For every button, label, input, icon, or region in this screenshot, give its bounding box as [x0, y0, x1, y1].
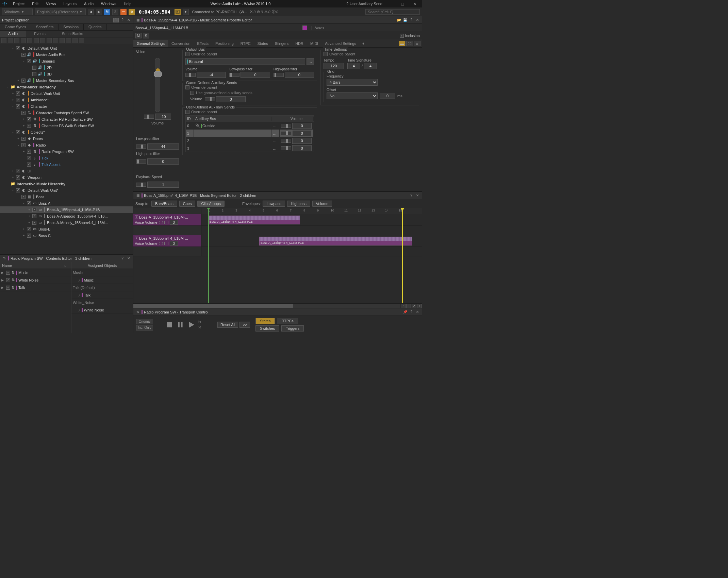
tree-row[interactable]: -✓◐Default Work Unit: [0, 45, 133, 51]
expand-toggle[interactable]: +: [11, 175, 15, 180]
play-button[interactable]: [187, 321, 195, 329]
save-icon[interactable]: 💾: [403, 18, 408, 22]
tree-row[interactable]: -✓🔊Master Audio Bus: [0, 51, 133, 58]
tool-m-button[interactable]: M: [104, 9, 110, 15]
tab-positioning[interactable]: Positioning: [212, 40, 237, 47]
tool-profiler-icon[interactable]: 〰: [120, 9, 127, 15]
checkbox[interactable]: ✓: [27, 124, 31, 128]
tree-row[interactable]: -✓▦Boss: [0, 193, 133, 200]
slider[interactable]: [205, 97, 215, 101]
expand-icon[interactable]: +: [135, 216, 138, 219]
tree-row[interactable]: +✓◐UI: [0, 168, 133, 174]
voice-lpf-value[interactable]: 44: [147, 143, 179, 150]
list-item[interactable]: ▶✓⇅Talk: [0, 284, 71, 291]
subtab-events[interactable]: Events: [26, 31, 54, 37]
checkbox[interactable]: ✓: [21, 79, 26, 83]
track-header[interactable]: +Boss-A_155bpm4-4_L16M-...Voice Volume0: [133, 214, 201, 225]
more-button[interactable]: …: [271, 144, 280, 152]
expand-icon[interactable]: ▶: [1, 286, 5, 289]
tab-sessions[interactable]: Sessions: [59, 24, 84, 30]
menu-views[interactable]: Views: [43, 1, 59, 6]
cue-marker[interactable]: [402, 208, 403, 303]
zoom-fit-icon[interactable]: ⤢: [412, 304, 416, 308]
search-icon[interactable]: ⌕: [64, 263, 69, 268]
checkbox[interactable]: ✓: [16, 175, 20, 180]
tree-row[interactable]: +✓◆Doors: [0, 135, 133, 142]
triggers-button[interactable]: Triggers: [281, 325, 304, 332]
expand-toggle[interactable]: +: [27, 214, 31, 218]
tree-row[interactable]: +✓◐Weapon: [0, 174, 133, 181]
override-parent-checkbox[interactable]: Override parent: [185, 52, 314, 56]
assigned-item[interactable]: ♪White Noise: [71, 306, 133, 314]
expand-toggle[interactable]: -: [5, 182, 10, 186]
tab-states[interactable]: States: [254, 40, 271, 47]
override-parent-checkbox[interactable]: Override parent: [185, 110, 314, 114]
tempo-value[interactable]: 120: [324, 63, 344, 69]
tree-row[interactable]: -✓⇅Character Footsteps Speed SW: [0, 109, 133, 116]
zoom-reset-icon[interactable]: ○: [417, 304, 422, 308]
checkbox[interactable]: ✓: [16, 98, 20, 102]
mute-button[interactable]: M: [135, 33, 142, 38]
tree-row[interactable]: -📁Interactive Music Hierarchy: [0, 181, 133, 187]
expand-toggle[interactable]: [27, 66, 31, 70]
expand-toggle[interactable]: -: [16, 143, 20, 147]
track-body[interactable]: Boss-A_155bpm4-4_L16M-P1B: [201, 235, 422, 247]
menu-project[interactable]: Project: [10, 1, 28, 6]
expand-toggle[interactable]: -: [22, 59, 26, 63]
tree-row[interactable]: ✓♪Tick Accent: [0, 161, 133, 168]
tab-queries[interactable]: Queries: [84, 24, 107, 30]
snap-cues[interactable]: Cues: [179, 201, 196, 207]
menu-edit[interactable]: Edit: [29, 1, 42, 6]
audio-clip[interactable]: Boss-A_155bpm4-4_L16M-P1B: [208, 216, 300, 224]
override-parent-checkbox[interactable]: Override parent: [185, 85, 314, 89]
explorer-tool-icon[interactable]: [1, 38, 6, 43]
explorer-tool-icon[interactable]: [66, 38, 71, 43]
tree-row[interactable]: -✓◐Objects*: [0, 129, 133, 135]
close-button[interactable]: ✕: [410, 1, 419, 7]
explorer-tool-icon[interactable]: [60, 38, 65, 43]
tree-row[interactable]: -✓▭Boss-A: [0, 200, 133, 206]
expand-toggle[interactable]: -: [16, 53, 20, 57]
rtpcs-button[interactable]: RTPCs: [277, 318, 298, 324]
tree-row[interactable]: -✓🔊Binaural: [0, 58, 133, 64]
tree-row[interactable]: +✓▭Boss-A_155bpm4-4_L16M-P1B: [0, 206, 133, 213]
checkbox[interactable]: ✓: [27, 201, 31, 205]
game-aux-volume-value[interactable]: 0: [216, 96, 246, 102]
expand-toggle[interactable]: +: [11, 169, 15, 173]
tool-dropdown[interactable]: ▾: [183, 9, 189, 15]
remote-icon[interactable]: [175, 9, 181, 15]
help-icon[interactable]: ?: [409, 310, 414, 314]
loop-icon[interactable]: ↻: [198, 320, 201, 324]
explorer-tool-icon[interactable]: [72, 38, 78, 43]
menu-audio[interactable]: Audio: [81, 1, 97, 6]
voice-fader[interactable]: -10 Volume: [136, 56, 179, 125]
tree-row[interactable]: 🔊3D: [0, 71, 133, 77]
assigned-item[interactable]: ♪Music: [71, 276, 133, 284]
tree-row[interactable]: +✓▭Boss-C: [0, 232, 133, 239]
help-icon[interactable]: ?: [409, 18, 414, 22]
checkbox[interactable]: ✓: [27, 117, 31, 121]
help-topic-link[interactable]: ? User Auxiliary Send: [346, 2, 382, 6]
tree-row[interactable]: +✓▭Boss-A-Arpeggio_155bpm4-4_L16...: [0, 213, 133, 219]
slider[interactable]: [185, 73, 196, 77]
slider[interactable]: [136, 183, 146, 187]
color-swatch[interactable]: [302, 26, 307, 30]
tree-row[interactable]: +✓▭Boss-A-Melody_155bpm4-4_L16M...: [0, 219, 133, 226]
tree-row[interactable]: -✓◆Radio: [0, 142, 133, 148]
subtab-soundbanks[interactable]: SoundBanks: [54, 31, 91, 37]
expand-toggle[interactable]: +: [22, 117, 26, 121]
close-icon[interactable]: ✕: [126, 18, 131, 22]
expand-toggle[interactable]: [22, 156, 26, 160]
open-folder-icon[interactable]: 📂: [397, 18, 401, 22]
expand-toggle[interactable]: +: [22, 124, 26, 128]
close-icon[interactable]: ✕: [126, 256, 131, 261]
aux-row[interactable]: 0🔌Outside…0: [186, 122, 314, 129]
checkbox[interactable]: ✓: [16, 46, 20, 50]
checkbox[interactable]: ✓: [16, 104, 20, 108]
track-header[interactable]: +Boss-A_155bpm4-4_L16M-...Voice Volume0: [133, 235, 201, 247]
expand-toggle[interactable]: +: [16, 137, 20, 141]
tool-link-icon[interactable]: ⧉: [129, 9, 135, 15]
assigned-item[interactable]: ♪Talk: [71, 291, 133, 299]
view-list-icon[interactable]: ≡: [414, 41, 420, 46]
tab-stingers[interactable]: Stingers: [271, 40, 292, 47]
